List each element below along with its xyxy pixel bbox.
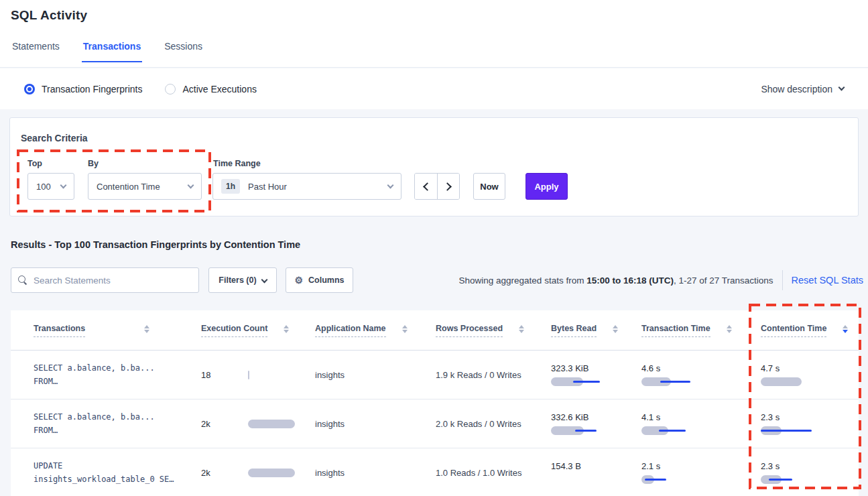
time-range-select[interactable]: 1h Past Hour — [212, 173, 401, 200]
results-heading: Results - Top 100 Transaction Fingerprin… — [11, 239, 300, 250]
contention-time-bar — [761, 377, 814, 386]
sort-icon — [284, 325, 289, 333]
tab-sessions[interactable]: Sessions — [163, 41, 204, 62]
time-prev-button[interactable] — [415, 174, 437, 199]
application-name-cell: insights — [315, 468, 436, 478]
columns-label: Columns — [308, 275, 344, 285]
time-next-button[interactable] — [437, 174, 459, 199]
execution-count-cell: 2k — [201, 419, 315, 429]
view-toggle-band: Transaction Fingerprints Active Executio… — [0, 68, 868, 109]
top-field-label: Top — [27, 159, 42, 168]
sort-icon — [402, 325, 408, 333]
chevron-down-icon — [60, 182, 67, 188]
transaction-fingerprint-link[interactable]: SELECT a.balance, b.ba... FROM… — [11, 410, 201, 437]
transaction-time-bar — [641, 426, 695, 435]
show-description-toggle[interactable]: Show description — [761, 68, 844, 109]
time-range-label: Time Range — [213, 159, 261, 168]
table-header-row: Transactions Execution Count Application… — [11, 310, 859, 351]
sql-line-2: insights_workload_table_0 SE… — [34, 473, 201, 486]
sort-icon — [727, 325, 732, 333]
execution-count-bar — [248, 420, 296, 428]
time-nav-group — [414, 173, 460, 200]
table-body: SELECT a.balance, b.ba... FROM… 18 insig… — [11, 351, 859, 496]
execution-count-value: 2k — [201, 419, 248, 429]
execution-count-bar — [248, 469, 296, 477]
sql-line-1: SELECT a.balance, b.ba... — [34, 410, 201, 424]
rows-processed-cell: 1.9 k Reads / 0 Writes — [436, 370, 551, 380]
transaction-time-cell: 2.1 s — [641, 461, 761, 484]
contention-time-cell: 4.7 s — [761, 363, 859, 386]
apply-button[interactable]: Apply — [525, 173, 568, 200]
column-header-bytes-read[interactable]: Bytes Read — [551, 324, 641, 337]
bytes-read-cell: 332.6 KiB — [551, 412, 641, 435]
column-header-contention-time[interactable]: Contention Time — [761, 324, 859, 337]
execution-count-value: 18 — [201, 370, 248, 380]
sort-icon — [519, 325, 524, 333]
sql-line-2: FROM… — [34, 424, 201, 437]
tab-transactions[interactable]: Transactions — [82, 41, 142, 62]
chevron-right-icon — [443, 182, 452, 191]
chevron-down-icon — [387, 182, 394, 188]
bytes-read-cell: 323.3 KiB — [551, 363, 641, 386]
filters-button[interactable]: Filters (0) — [208, 267, 277, 293]
by-field-label: By — [88, 159, 99, 168]
sort-icon-active-desc — [843, 325, 848, 333]
now-button[interactable]: Now — [473, 173, 505, 200]
by-select[interactable]: Contention Time — [88, 173, 202, 200]
bytes-read-value: 332.6 KiB — [551, 412, 641, 422]
transaction-fingerprint-link[interactable]: UPDATE insights_workload_table_0 SE… — [11, 459, 201, 486]
bytes-read-value: 323.3 KiB — [551, 363, 641, 373]
search-icon — [18, 275, 27, 285]
column-header-rows-processed[interactable]: Rows Processed — [436, 324, 551, 337]
contention-time-cell: 2.3 s — [761, 461, 859, 484]
vertical-divider — [782, 270, 783, 290]
contention-time-bar — [761, 475, 814, 484]
bytes-read-bar — [551, 377, 605, 386]
reset-sql-stats-link[interactable]: Reset SQL Stats — [792, 275, 863, 286]
search-statements-box — [11, 267, 199, 293]
column-header-application-name[interactable]: Application Name — [315, 324, 436, 337]
tab-statements[interactable]: Statements — [11, 41, 61, 62]
aggregated-stats-text: Showing aggregated stats from 15:00 to 1… — [459, 275, 773, 286]
rows-processed-cell: 2.0 k Reads / 0 Writes — [436, 419, 551, 429]
contention-time-bar — [761, 426, 814, 435]
radio-active-executions[interactable]: Active Executions — [165, 84, 257, 95]
columns-button[interactable]: ⚙ Columns — [286, 267, 353, 293]
show-description-label: Show description — [761, 84, 832, 95]
transaction-time-value: 2.1 s — [641, 461, 761, 471]
top-select-value: 100 — [36, 182, 51, 192]
table-row: SELECT a.balance, b.ba... FROM… 2k insig… — [11, 399, 859, 448]
chevron-down-icon — [261, 276, 267, 283]
sql-line-1: UPDATE — [34, 459, 201, 473]
sql-line-1: SELECT a.balance, b.ba... — [34, 361, 201, 375]
column-header-transactions[interactable]: Transactions — [11, 324, 201, 337]
bytes-read-value: 154.3 B — [551, 461, 641, 471]
search-statements-input[interactable] — [34, 275, 192, 286]
bytes-read-cell: 154.3 B — [551, 461, 641, 484]
bytes-read-bar — [551, 426, 605, 435]
radio-selected-icon — [24, 84, 35, 95]
sql-line-2: FROM… — [34, 375, 201, 388]
page-header: SQL Activity Statements Transactions Ses… — [0, 0, 868, 68]
transaction-fingerprint-link[interactable]: SELECT a.balance, b.ba... FROM… — [11, 361, 201, 388]
radio-label: Active Executions — [182, 84, 257, 95]
search-criteria-card: Search Criteria Top 100 By Contention Ti… — [9, 117, 859, 216]
transaction-time-bar — [641, 475, 695, 484]
radio-transaction-fingerprints[interactable]: Transaction Fingerprints — [24, 84, 142, 95]
transaction-time-cell: 4.6 s — [641, 363, 761, 386]
chevron-left-icon — [423, 182, 432, 191]
execution-count-cell: 18 — [201, 370, 315, 380]
column-header-execution-count[interactable]: Execution Count — [201, 324, 315, 337]
search-criteria-title: Search Criteria — [21, 133, 88, 143]
page-title: SQL Activity — [11, 8, 87, 23]
top-select[interactable]: 100 — [27, 173, 74, 200]
column-header-transaction-time[interactable]: Transaction Time — [641, 324, 761, 337]
filters-label: Filters (0) — [219, 275, 256, 285]
gear-icon: ⚙ — [294, 275, 303, 285]
execution-count-cell: 2k — [201, 468, 315, 478]
application-name-cell: insights — [315, 419, 436, 429]
by-select-value: Contention Time — [97, 182, 160, 192]
transaction-time-cell: 4.1 s — [641, 412, 761, 435]
contention-time-value: 2.3 s — [761, 412, 859, 422]
table-row: SELECT a.balance, b.ba... FROM… 18 insig… — [11, 351, 859, 399]
